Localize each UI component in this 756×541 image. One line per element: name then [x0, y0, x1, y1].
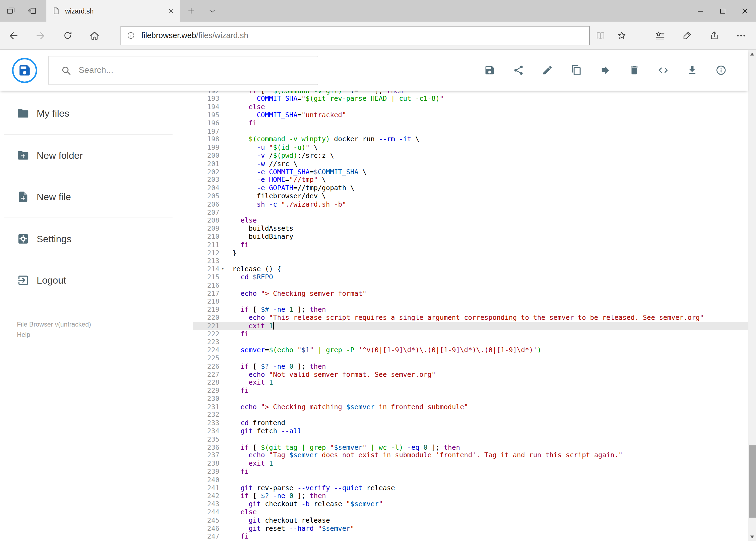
tab-list-chevron-button[interactable]	[202, 0, 223, 22]
code-line[interactable]: 246 git reset --hard "$semver"	[193, 524, 748, 532]
code-line[interactable]: 245 git checkout release	[193, 516, 748, 524]
minimize-button[interactable]	[689, 0, 711, 22]
move-button[interactable]	[600, 65, 611, 76]
ink-notes-button[interactable]	[674, 22, 701, 49]
scrollbar-down-button[interactable]	[748, 533, 756, 541]
close-window-button[interactable]	[734, 0, 756, 22]
hub-favorites-button[interactable]	[646, 22, 673, 49]
code-line[interactable]: 224 semver=$(echo "$1" | grep -P '^v(0|[…	[193, 346, 748, 354]
code-line[interactable]: 244 else	[193, 508, 748, 516]
code-line[interactable]: 234 git fetch --all	[193, 427, 748, 435]
code-line[interactable]: 223	[193, 338, 748, 346]
code-line[interactable]: 192 if [ "$(command -v git)" != "" ]; th…	[193, 91, 748, 95]
page-scrollbar[interactable]	[748, 50, 756, 541]
code-line[interactable]: 201 -w //src \	[193, 160, 748, 168]
sidebar-item-new-folder[interactable]: New folder	[0, 135, 193, 176]
code-line[interactable]: 198 $(command -v winpty) docker run --rm…	[193, 135, 748, 144]
forward-button[interactable]	[27, 22, 54, 49]
url-bar[interactable]: filebrowser.web/files/wizard.sh	[121, 26, 590, 45]
code-line[interactable]: 230	[193, 395, 748, 403]
code-line[interactable]: 222 fi	[193, 330, 748, 338]
code-line[interactable]: 199 -u "$(id -u)" \	[193, 144, 748, 152]
code-line[interactable]: 216	[193, 281, 748, 289]
code-line[interactable]: 210 buildBinary	[193, 233, 748, 241]
search-box[interactable]	[48, 56, 318, 85]
code-line[interactable]: 193 COMMIT_SHA="$(git rev-parse HEAD | c…	[193, 95, 748, 103]
code-line[interactable]: 203 -e HOME="//tmp" \	[193, 176, 748, 184]
sidebar-item-new-file[interactable]: New file	[0, 176, 193, 218]
code-line[interactable]: 238 exit 1	[193, 459, 748, 467]
delete-button[interactable]	[629, 65, 640, 76]
code-line[interactable]: 233 cd frontend	[193, 419, 748, 427]
browser-tab[interactable]: wizard.sh	[46, 0, 180, 22]
browser-share-button[interactable]	[701, 22, 728, 49]
code-line[interactable]: 217 echo "> Checking semver format"	[193, 289, 748, 297]
code-line[interactable]: 240	[193, 476, 748, 484]
code-line[interactable]: 229 fi	[193, 386, 748, 395]
code-line[interactable]: 242 if [ $? -ne 0 ]; then	[193, 492, 748, 500]
more-options-button[interactable]	[728, 22, 755, 49]
code-editor[interactable]: 192 if [ "$(command -v git)" != "" ]; th…	[193, 91, 748, 541]
code-line[interactable]: 227 echo "Not valid semver format. See s…	[193, 370, 748, 378]
code-line[interactable]: 247 fi	[193, 532, 748, 540]
copy-button[interactable]	[571, 65, 582, 76]
help-link[interactable]: Help	[17, 329, 193, 340]
sidebar-item-settings[interactable]: Settings	[0, 218, 193, 260]
code-line[interactable]: 202 -e COMMIT_SHA=$COMMIT_SHA \	[193, 168, 748, 176]
code-line[interactable]: 205 filebrowser/dev \	[193, 192, 748, 200]
code-line[interactable]: 219 if [ $# -ne 1 ]; then	[193, 305, 748, 313]
tab-preview-button[interactable]	[0, 0, 21, 22]
code-line[interactable]: 236 if [ $(git tag | grep "$semver" | wc…	[193, 443, 748, 451]
scrollbar-thumb[interactable]	[749, 445, 756, 518]
code-line[interactable]: 243 git checkout -b release "$semver"	[193, 500, 748, 508]
refresh-button[interactable]	[54, 22, 81, 49]
code-line[interactable]: 213	[193, 257, 748, 265]
tab-close-icon[interactable]	[167, 7, 175, 15]
code-line[interactable]: 221 exit 1	[193, 322, 748, 330]
home-button[interactable]	[81, 22, 108, 49]
code-line[interactable]: 226 if [ $? -ne 0 ]; then	[193, 362, 748, 370]
code-line[interactable]: 241 git rev-parse --verify --quiet relea…	[193, 484, 748, 492]
code-line[interactable]: 206 sh -c "./wizard.sh -b"	[193, 200, 748, 208]
favorite-star-button[interactable]	[611, 22, 632, 49]
code-line[interactable]: 211 fi	[193, 241, 748, 249]
code-line[interactable]: 235	[193, 435, 748, 443]
code-line[interactable]: 195 COMMIT_SHA="untracked"	[193, 111, 748, 119]
code-line[interactable]: 215 cd $REPO	[193, 273, 748, 281]
maximize-button[interactable]	[712, 0, 734, 22]
code-line[interactable]: 209 buildAssets	[193, 225, 748, 233]
save-button[interactable]	[484, 65, 495, 76]
code-line[interactable]: 194 else	[193, 103, 748, 111]
search-input[interactable]	[79, 65, 318, 75]
code-line[interactable]: 207	[193, 208, 748, 216]
new-tab-button[interactable]	[180, 0, 202, 22]
info-button[interactable]	[715, 65, 727, 76]
sidebar-item-logout[interactable]: Logout	[0, 260, 193, 301]
code-line[interactable]: 232	[193, 411, 748, 419]
code-line[interactable]: 214▾release () {	[193, 265, 748, 273]
sidebar-item-my-files[interactable]: My files	[0, 93, 193, 134]
code-line[interactable]: 225	[193, 354, 748, 362]
app-logo[interactable]	[12, 58, 37, 83]
scrollbar-up-button[interactable]	[748, 50, 756, 58]
code-line[interactable]: 212}	[193, 249, 748, 257]
rename-button[interactable]	[542, 65, 553, 76]
code-line[interactable]: 218	[193, 297, 748, 305]
download-button[interactable]	[687, 65, 698, 76]
code-line[interactable]: 208 else	[193, 216, 748, 225]
raw-view-button[interactable]	[658, 65, 669, 76]
share-button[interactable]	[513, 65, 524, 76]
code-line[interactable]: 200 -v /$(pwd):/src:z \	[193, 152, 748, 160]
code-line[interactable]: 239 fi	[193, 467, 748, 476]
site-info-icon[interactable]	[127, 31, 135, 39]
code-line[interactable]: 228 exit 1	[193, 378, 748, 386]
reading-view-button[interactable]	[590, 22, 611, 49]
code-line[interactable]: 196 fi	[193, 119, 748, 127]
fold-marker-icon[interactable]: ▾	[219, 265, 226, 273]
code-line[interactable]: 204 -e GOPATH=//tmp/gopath \	[193, 184, 748, 192]
code-line[interactable]: 231 echo "> Checking matching $semver in…	[193, 403, 748, 411]
code-line[interactable]: 237 echo "Tag $semver does not exist in …	[193, 451, 748, 459]
set-tabs-aside-button[interactable]	[21, 0, 43, 22]
code-line[interactable]: 220 echo "This release script requires a…	[193, 313, 748, 322]
back-button[interactable]	[0, 22, 27, 49]
